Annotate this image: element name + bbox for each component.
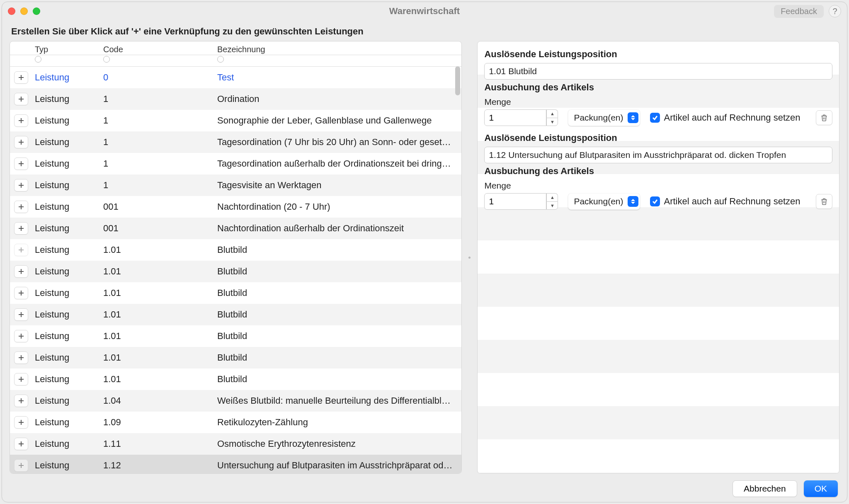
cell-bezeichnung: Blutbild	[215, 288, 461, 298]
cell-bezeichnung: Sonographie der Leber, Gallenblase und G…	[215, 115, 461, 126]
add-link-button[interactable]	[14, 222, 28, 235]
add-link-button[interactable]	[14, 330, 28, 342]
table-row[interactable]: Leistung1Tagesordination außerhalb der O…	[10, 153, 461, 174]
table-row[interactable]: Leistung1.01Blutbild	[10, 261, 461, 282]
cell-code: 001	[101, 201, 215, 212]
add-link-button[interactable]	[14, 158, 28, 170]
chevron-updown-icon	[628, 196, 638, 207]
table-row[interactable]: Leistung1Ordination	[10, 88, 461, 110]
dialog-footer: Abbrechen OK	[733, 480, 838, 497]
add-link-button[interactable]	[14, 71, 28, 84]
add-link-button[interactable]	[14, 287, 28, 299]
add-link-button[interactable]	[14, 114, 28, 127]
table-row[interactable]: Leistung001Nachtordination (20 - 7 Uhr)	[10, 196, 461, 218]
invoice-checkbox[interactable]	[650, 196, 660, 206]
add-link-button[interactable]	[14, 93, 28, 105]
add-link-button[interactable]	[14, 373, 28, 385]
cell-code: 0	[101, 72, 215, 83]
quantity-label: Menge	[484, 181, 832, 191]
cell-bezeichnung: Untersuchung auf Blutparasiten im Ausstr…	[215, 460, 461, 471]
add-link-button[interactable]	[14, 308, 28, 321]
cell-bezeichnung: Blutbild	[215, 374, 461, 385]
filter-bez-radio[interactable]	[217, 56, 224, 63]
table-row[interactable]: Leistung1.11Osmotische Erythrozytenresis…	[10, 433, 461, 455]
invoice-checkbox-label[interactable]: Artikel auch auf Rechnung setzen	[650, 112, 800, 123]
add-link-button[interactable]	[14, 265, 28, 278]
table-row[interactable]: Leistung1.01Blutbild	[10, 325, 461, 347]
cell-typ: Leistung	[32, 266, 101, 277]
table-row[interactable]: Leistung1.09Retikulozyten-Zählung	[10, 412, 461, 433]
table-row[interactable]: Leistung1.01Blutbild	[10, 368, 461, 390]
window-title: Warenwirtschaft	[2, 6, 847, 17]
add-link-button[interactable]	[14, 438, 28, 450]
cell-typ: Leistung	[32, 417, 101, 428]
cell-code: 1.01	[101, 309, 215, 320]
delete-button[interactable]	[816, 194, 832, 209]
add-link-button[interactable]	[14, 136, 28, 148]
table-row[interactable]: Leistung1Sonographie der Leber, Gallenbl…	[10, 110, 461, 131]
stepper-up[interactable]: ▲	[546, 193, 558, 201]
stepper-down[interactable]: ▼	[546, 201, 558, 210]
add-link-button[interactable]	[14, 201, 28, 213]
chevron-updown-icon	[628, 112, 638, 123]
quantity-stepper[interactable]: ▲▼	[484, 109, 558, 126]
invoice-checkbox[interactable]	[650, 113, 660, 123]
cell-bezeichnung: Ordination	[215, 94, 461, 104]
add-link-button[interactable]	[14, 416, 28, 429]
cell-typ: Leistung	[32, 158, 101, 169]
cell-typ: Leistung	[32, 115, 101, 126]
add-link-button[interactable]	[14, 179, 28, 191]
table-row[interactable]: Leistung1Tagesvisite an Werktagen	[10, 174, 461, 196]
table-body: Leistung0TestLeistung1OrdinationLeistung…	[10, 67, 461, 473]
cell-code: 1.01	[101, 288, 215, 298]
ok-button[interactable]: OK	[804, 480, 838, 497]
col-bezeichnung[interactable]: Bezeichnung	[217, 45, 459, 54]
delete-button[interactable]	[816, 110, 832, 125]
table-row[interactable]: Leistung0Test	[10, 67, 461, 88]
cell-typ: Leistung	[32, 288, 101, 298]
cell-bezeichnung: Blutbild	[215, 266, 461, 277]
quantity-input[interactable]	[484, 193, 546, 210]
table-row[interactable]: Leistung1.01Blutbild	[10, 282, 461, 304]
unit-select[interactable]: Packung(en)	[568, 193, 640, 210]
panel-splitter[interactable]	[468, 41, 471, 474]
col-code[interactable]: Code	[103, 45, 212, 54]
filter-typ-radio[interactable]	[35, 56, 41, 63]
quantity-stepper[interactable]: ▲▼	[484, 193, 558, 210]
cell-code: 1.01	[101, 245, 215, 255]
cell-code: 1	[101, 137, 215, 148]
scrollbar-thumb[interactable]	[455, 66, 460, 95]
table-row[interactable]: Leistung1.01Blutbild	[10, 347, 461, 368]
trigger-position-field[interactable]: 1.12 Untersuchung auf Blutparasiten im A…	[484, 147, 832, 163]
table-row[interactable]: Leistung1.04Weißes Blutbild: manuelle Be…	[10, 390, 461, 412]
cell-code: 1.01	[101, 266, 215, 277]
cell-bezeichnung: Blutbild	[215, 331, 461, 342]
table-row[interactable]: Leistung1.01Blutbild	[10, 304, 461, 325]
detail-panel: Auslösende Leistungsposition1.01 Blutbil…	[477, 41, 839, 474]
filter-code-radio[interactable]	[103, 56, 110, 63]
stepper-down[interactable]: ▼	[546, 118, 558, 126]
quantity-input[interactable]	[484, 109, 546, 126]
col-typ[interactable]: Typ	[35, 45, 98, 54]
table-row[interactable]: Leistung001Nachtordination außerhalb der…	[10, 218, 461, 239]
unit-select[interactable]: Packung(en)	[568, 109, 640, 126]
trigger-position-field[interactable]: 1.01 Blutbild	[484, 63, 832, 80]
unit-value: Packung(en)	[574, 196, 623, 206]
add-link-button[interactable]	[14, 395, 28, 407]
add-link-button	[14, 244, 28, 256]
stepper-up[interactable]: ▲	[546, 109, 558, 118]
cell-code: 1.12	[101, 460, 215, 471]
table-row[interactable]: Leistung1.12Untersuchung auf Blutparasit…	[10, 455, 461, 473]
invoice-checkbox-label[interactable]: Artikel auch auf Rechnung setzen	[650, 196, 800, 207]
cell-bezeichnung: Nachtordination außerhalb der Ordination…	[215, 223, 461, 234]
cell-typ: Leistung	[32, 94, 101, 104]
cell-bezeichnung: Tagesordination außerhalb der Ordination…	[215, 158, 461, 169]
cell-typ: Leistung	[32, 331, 101, 342]
services-table: Typ Code Bezeichnung Leistung0TestLeistu…	[10, 41, 462, 474]
add-link-button[interactable]	[14, 351, 28, 364]
table-row[interactable]: Leistung1Tagesordination (7 Uhr bis 20 U…	[10, 131, 461, 153]
cell-typ: Leistung	[32, 309, 101, 320]
table-row[interactable]: Leistung1.01Blutbild	[10, 239, 461, 261]
cancel-button[interactable]: Abbrechen	[733, 480, 797, 497]
cell-code: 1.09	[101, 417, 215, 428]
